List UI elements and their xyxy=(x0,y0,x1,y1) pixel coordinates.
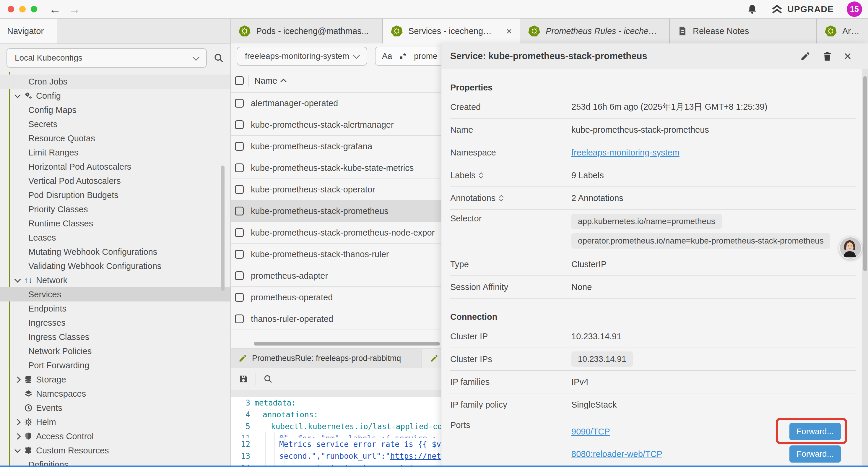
notifications-bell-icon[interactable] xyxy=(747,4,758,15)
sidebar-item-access-control[interactable]: Access Control xyxy=(0,429,230,443)
service-row-thanos-ruler-operated[interactable]: thanos-ruler-operated xyxy=(231,308,441,330)
row-checkbox[interactable] xyxy=(235,185,244,194)
dock-tab-clipped[interactable] xyxy=(422,349,441,368)
kubeconfig-select[interactable]: Local Kubeconfigs xyxy=(6,48,207,68)
sidebar-item-ingress-classes[interactable]: Ingress Classes xyxy=(0,330,230,344)
row-checkbox[interactable] xyxy=(235,164,244,172)
expand-toggle-icon[interactable] xyxy=(500,196,503,201)
sidebar-item-network-policies[interactable]: Network Policies xyxy=(0,344,230,358)
service-name: kube-prometheus-stack-operator xyxy=(251,185,375,195)
namespace-filter-select[interactable]: freeleaps-monitoring-system xyxy=(237,47,367,66)
sidebar-item-runtime-classes[interactable]: Runtime Classes xyxy=(0,216,230,231)
service-row-kube-prometheus-stack-grafana[interactable]: kube-prometheus-stack-grafana xyxy=(231,136,441,157)
sidebar-item-pod-disruption-budgets[interactable]: Pod Disruption Budgets xyxy=(0,188,230,202)
row-checkbox[interactable] xyxy=(235,250,244,259)
sidebar-item-mutating-webhook-configurations[interactable]: Mutating Webhook Configurations xyxy=(0,245,230,259)
sidebar-item-events[interactable]: Events xyxy=(0,401,230,415)
tab-prometheus-rules-icecheng[interactable]: Prometheus Rules - icecheng... xyxy=(520,19,670,43)
sidebar-item-leases[interactable]: Leases xyxy=(0,231,230,245)
sidebar-item-endpoints[interactable]: Endpoints xyxy=(0,301,230,316)
tab-release-notes[interactable]: Release Notes xyxy=(670,19,817,43)
dock-tab-prometheusrule-freeleaps-prod-rabbitmq[interactable]: PrometheusRule: freeleaps-prod-rabbitmq xyxy=(231,349,422,368)
back-icon[interactable]: ← xyxy=(49,3,61,15)
list-search-input[interactable]: Aa * prome xyxy=(375,47,441,66)
tab-argo-se[interactable]: Argo Se xyxy=(817,19,868,43)
tab-services-icecheng-math[interactable]: Services - icecheng@math...× xyxy=(383,19,520,43)
row-checkbox[interactable] xyxy=(235,271,244,280)
helm-icon xyxy=(24,417,33,427)
row-checkbox[interactable] xyxy=(235,99,244,108)
close-icon[interactable]: × xyxy=(844,50,851,63)
kubernetes-icon xyxy=(825,25,837,37)
close-window-button[interactable] xyxy=(8,6,14,12)
chevron-right-icon xyxy=(13,420,21,425)
match-case-toggle[interactable]: Aa xyxy=(382,52,392,61)
regex-toggle[interactable]: * xyxy=(400,52,406,61)
tab-pods-icecheng-mathmas[interactable]: Pods - icecheng@mathmas... xyxy=(231,19,383,43)
sidebar-item-validating-webhook-configurations[interactable]: Validating Webhook Configurations xyxy=(0,259,230,273)
row-checkbox[interactable] xyxy=(235,120,244,129)
service-row-prometheus-operated[interactable]: prometheus-operated xyxy=(231,287,441,308)
expand-toggle-icon[interactable] xyxy=(479,173,483,178)
row-checkbox[interactable] xyxy=(235,142,244,151)
sidebar-item-port-forwarding[interactable]: Port Forwarding xyxy=(0,358,230,372)
sidebar-item-horizontal-pod-autoscalers[interactable]: Horizontal Pod Autoscalers xyxy=(0,159,230,174)
sidebar-item-vertical-pod-autoscalers[interactable]: Vertical Pod Autoscalers xyxy=(0,174,230,188)
sidebar-item-network[interactable]: ↑↓Network xyxy=(0,273,230,287)
upgrade-button[interactable]: UPGRADE xyxy=(771,3,834,16)
maximize-window-button[interactable] xyxy=(31,6,37,12)
sidebar-item-ingresses[interactable]: Ingresses xyxy=(0,316,230,330)
sidebar-item-config-maps[interactable]: Config Maps xyxy=(0,103,230,117)
namespace-link[interactable]: freeleaps-monitoring-system xyxy=(571,148,680,157)
sidebar-item-storage[interactable]: Storage xyxy=(0,372,230,387)
sidebar-scrollbar[interactable] xyxy=(221,166,224,291)
name-column-header[interactable]: Name xyxy=(254,76,286,86)
sidebar-item-custom-resources[interactable]: Custom Resources xyxy=(0,443,230,458)
row-checkbox[interactable] xyxy=(235,315,244,323)
service-row-kube-prometheus-stack-prometheus-node-expor[interactable]: kube-prometheus-stack-prometheus-node-ex… xyxy=(231,222,441,243)
sidebar-item-helm[interactable]: Helm xyxy=(0,415,230,429)
sidebar-item-services[interactable]: Services xyxy=(0,287,230,301)
sidebar-item-config[interactable]: Config xyxy=(0,89,230,103)
horizontal-scrollbar[interactable] xyxy=(254,342,440,346)
detail-label: Annotations xyxy=(450,193,571,203)
service-row-kube-prometheus-stack-prometheus[interactable]: kube-prometheus-stack-prometheus xyxy=(231,200,441,222)
port-link-9090-tcp[interactable]: 9090/TCP xyxy=(571,427,610,437)
forward-button[interactable]: Forward... xyxy=(789,423,841,440)
sidebar-item-limit-ranges[interactable]: Limit Ranges xyxy=(0,145,230,159)
port-link-8080-reloader-web-tcp[interactable]: 8080:reloader-web/TCP xyxy=(571,449,662,459)
yaml-editor[interactable]: 3 metadata:4 annotations:5 kubectl.kuber… xyxy=(231,397,441,467)
editor-search-icon[interactable] xyxy=(263,374,273,384)
row-checkbox[interactable] xyxy=(235,293,244,302)
sidebar-item-namespaces[interactable]: Namespaces xyxy=(0,387,230,401)
select-all-checkbox[interactable] xyxy=(235,76,244,85)
edit-pencil-icon[interactable] xyxy=(800,51,811,61)
service-row-kube-prometheus-stack-operator[interactable]: kube-prometheus-stack-operator xyxy=(231,179,441,200)
sidebar-item-secrets[interactable]: Secrets xyxy=(0,117,230,131)
sidebar-item-label: Priority Classes xyxy=(28,205,88,214)
notification-count-badge[interactable]: 15 xyxy=(847,1,862,17)
minimize-window-button[interactable] xyxy=(19,6,26,12)
user-avatar[interactable] xyxy=(839,236,862,260)
delete-trash-icon[interactable] xyxy=(822,51,833,61)
service-row-prometheus-adapter[interactable]: prometheus-adapter xyxy=(231,265,441,287)
service-row-kube-prometheus-stack-kube-state-metrics[interactable]: kube-prometheus-stack-kube-state-metrics xyxy=(231,157,441,179)
save-icon[interactable] xyxy=(239,374,248,384)
sidebar-item-cron-jobs[interactable]: Cron Jobs xyxy=(0,75,230,89)
row-checkbox[interactable] xyxy=(235,207,244,215)
service-row-kube-prometheus-stack-alertmanager[interactable]: kube-prometheus-stack-alertmanager xyxy=(231,114,441,136)
service-row-alertmanager-operated[interactable]: alertmanager-operated xyxy=(231,92,441,114)
sidebar-item-label: Cron Jobs xyxy=(28,77,67,87)
service-row-kube-prometheus-stack-thanos-ruler[interactable]: kube-prometheus-stack-thanos-ruler xyxy=(231,243,441,265)
drawer-scrollbar[interactable] xyxy=(862,69,868,467)
sidebar-item-priority-classes[interactable]: Priority Classes xyxy=(0,202,230,216)
forward-button[interactable]: Forward... xyxy=(789,445,841,463)
window-bottom-accent xyxy=(0,466,868,467)
forward-icon[interactable]: → xyxy=(68,3,80,15)
detail-row-namespace: Namespacefreeleaps-monitoring-system xyxy=(450,141,856,164)
sidebar-search-icon[interactable] xyxy=(213,53,224,63)
sidebar-item-resource-quotas[interactable]: Resource Quotas xyxy=(0,131,230,145)
row-checkbox[interactable] xyxy=(235,228,244,237)
code-link[interactable]: https://net xyxy=(390,451,441,461)
close-tab-icon[interactable]: × xyxy=(503,25,512,37)
